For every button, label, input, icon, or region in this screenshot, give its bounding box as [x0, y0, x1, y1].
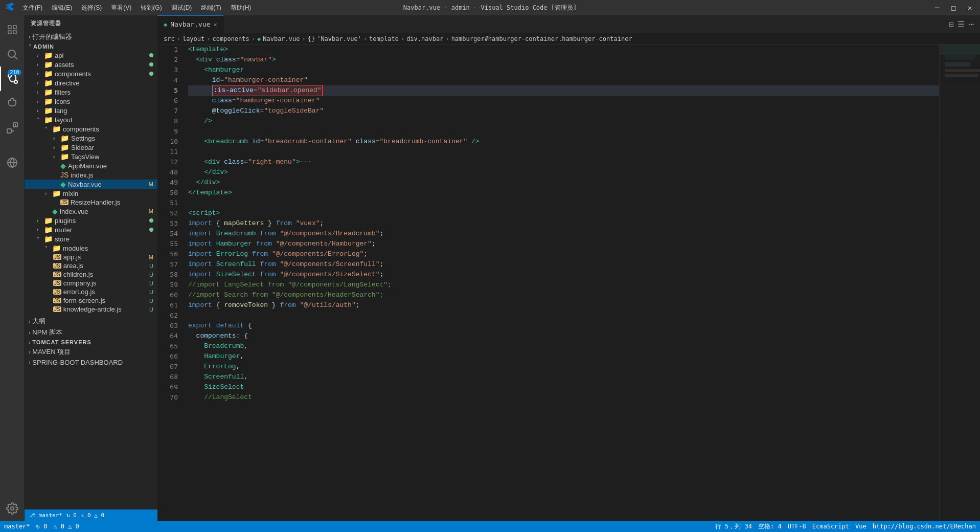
menu-debug[interactable]: 调试(D) [167, 3, 196, 13]
companyjs-badge: U [149, 280, 153, 286]
code-editor[interactable]: <template> <div class="navbar"> <hamburg… [183, 45, 939, 521]
tree-companyjs[interactable]: JS company.js U [25, 279, 157, 287]
menu-select[interactable]: 选择(S) [77, 3, 106, 13]
error-warning-count[interactable]: ⚠ 0 △ 0 [53, 523, 79, 530]
tree-mixin[interactable]: › 📁 mixin [25, 189, 157, 198]
outline-section[interactable]: › 大纲 [25, 316, 157, 327]
menu-edit[interactable]: 编辑(E) [48, 3, 76, 13]
file-encoding[interactable]: UTF-8 [788, 523, 806, 530]
tree-assets-arrow: › [37, 62, 43, 68]
tree-modules[interactable]: ˅ 📁 modules [25, 243, 157, 253]
bc-hamburger[interactable]: hamburger#hamburger-container.hamburger-… [451, 35, 632, 42]
admin-section[interactable]: ˅ ADMIN [25, 42, 157, 51]
menu-goto[interactable]: 转到(G) [136, 3, 166, 13]
bc-layout[interactable]: layout [183, 35, 204, 42]
more-actions-icon[interactable]: ⋯ [969, 19, 974, 29]
open-editors-section[interactable]: › 打开的编辑器 [25, 31, 157, 42]
bc-divnavbar[interactable]: div.navbar [406, 35, 443, 42]
springboot-section[interactable]: › SPRING-BOOT DASHBOARD [25, 358, 157, 367]
svg-rect-14 [945, 62, 970, 66]
npm-section[interactable]: › NPM 脚本 [25, 327, 157, 338]
tree-filters[interactable]: › 📁 filters [25, 87, 157, 97]
tree-knowledgearticlejs[interactable]: JS knowledge-article.js U [25, 305, 157, 314]
menu-help[interactable]: 帮助(H) [226, 3, 256, 13]
bc-navbar2[interactable]: 'Navbar.vue' [317, 35, 361, 42]
tree-store[interactable]: ˅ 📁 store [25, 234, 157, 243]
tree-layout[interactable]: ˅ 📁 layout [25, 115, 157, 124]
ln-67: 67 [157, 362, 178, 372]
plugins-folder-icon: 📁 [44, 216, 53, 225]
bc-components[interactable]: components [213, 35, 249, 42]
ln-61: 61 [157, 300, 178, 311]
tree-api[interactable]: › 📁 api [25, 51, 157, 60]
tree-sidebar[interactable]: › 📁 Sidebar [25, 143, 157, 152]
ln-58: 58 [157, 270, 178, 280]
tree-settings[interactable]: › 📁 Settings [25, 134, 157, 143]
activity-explorer[interactable] [0, 17, 25, 42]
activity-extensions[interactable] [0, 116, 25, 140]
git-status[interactable]: master* [4, 523, 30, 530]
maven-section[interactable]: › MAVEN 项目 [25, 346, 157, 358]
code-line-9 [188, 126, 939, 137]
tab-navbar[interactable]: ◆ Navbar.vue ✕ [157, 15, 224, 33]
title-bar: 文件(F) 编辑(E) 选择(S) 查看(V) 转到(G) 调试(D) 终端(T… [0, 0, 980, 15]
bc-template[interactable]: template [369, 35, 399, 42]
sidebar-scroll[interactable]: › 打开的编辑器 ˅ ADMIN › 📁 api › 📁 assets [25, 31, 157, 509]
cursor-position[interactable]: 行 5，列 34 [715, 522, 752, 531]
tree-navbar[interactable]: › ◆ Navbar.vue M [25, 180, 157, 189]
tree-formscreenjs[interactable]: JS form-screen.js U [25, 296, 157, 305]
tree-directive[interactable]: › 📁 directive [25, 78, 157, 87]
code-line-53: import { mapGetters } from "vuex"; [188, 218, 939, 229]
menu-terminal[interactable]: 终端(T) [197, 3, 225, 13]
tree-tagsview[interactable]: › 📁 TagsView [25, 152, 157, 161]
tree-index-vue[interactable]: › ◆ index.vue M [25, 207, 157, 216]
lang-folder-icon: 📁 [44, 106, 53, 115]
sync-status[interactable]: ↻ 0 [66, 512, 77, 519]
ln-65: 65 [157, 341, 178, 351]
indexvue-badge: M [149, 208, 153, 214]
activity-remote[interactable] [0, 150, 25, 175]
tree-icons[interactable]: › 📁 icons [25, 97, 157, 106]
bc-navbar-file[interactable]: Navbar.vue [263, 35, 300, 42]
code-line-11 [188, 147, 939, 157]
maximize-button[interactable]: □ [948, 4, 959, 12]
tree-assets[interactable]: › 📁 assets [25, 60, 157, 69]
activity-scm[interactable]: 210 [0, 66, 25, 91]
split-editor-icon[interactable]: ⊟ [949, 19, 954, 29]
tree-index-js[interactable]: › JS index.js [25, 170, 157, 180]
blog-link[interactable]: http://blog.csdn.net/ERechan [873, 523, 976, 530]
tree-appmain[interactable]: › ◆ AppMain.vue [25, 161, 157, 170]
file-format[interactable]: Vue [855, 523, 867, 530]
code-line-4: id="hamburger-container" [188, 75, 939, 85]
tree-appjs[interactable]: JS app.js M [25, 253, 157, 261]
minimize-button[interactable]: ─ [932, 4, 942, 12]
sync-indicator[interactable]: ↻ 0 [36, 523, 48, 530]
tomcat-section[interactable]: › TOMCAT SERVERS [25, 338, 157, 346]
language-mode[interactable]: EcmaScript [812, 523, 849, 530]
menu-view[interactable]: 查看(V) [107, 3, 135, 13]
bc-braces[interactable]: {} [308, 35, 315, 42]
tree-lang[interactable]: › 📁 lang [25, 106, 157, 115]
activity-debug[interactable] [0, 91, 25, 116]
errors-status[interactable]: ⚠ 0 △ 0 [81, 512, 104, 519]
toggle-panel-icon[interactable]: ☰ [958, 19, 965, 29]
close-button[interactable]: ✕ [965, 4, 975, 12]
activity-search[interactable] [0, 42, 25, 66]
menu-file[interactable]: 文件(F) [18, 3, 47, 13]
tree-router[interactable]: › 📁 router [25, 225, 157, 234]
bc-src[interactable]: src [164, 35, 175, 42]
tab-navbar-close[interactable]: ✕ [214, 21, 217, 28]
tree-errorlogjs[interactable]: JS errorLog.js U [25, 287, 157, 296]
git-branch[interactable]: ⎇ master* [29, 512, 62, 519]
tree-areajs[interactable]: JS area.js U [25, 261, 157, 270]
errorlogjs-file-icon: JS [53, 289, 61, 295]
tree-layout-components[interactable]: ˅ 📁 components [25, 124, 157, 134]
tree-childrenjs[interactable]: JS children.js U [25, 270, 157, 279]
status-bar: master* ↻ 0 ⚠ 0 △ 0 行 5，列 34 空格: 4 UTF-8… [0, 521, 980, 532]
activity-settings[interactable] [0, 496, 25, 521]
code-line-2: <div class="navbar"> [188, 55, 939, 65]
tree-resizehandler[interactable]: › JS ResizeHandler.js [25, 198, 157, 207]
tree-components[interactable]: › 📁 components [25, 69, 157, 78]
tree-plugins[interactable]: › 📁 plugins [25, 216, 157, 225]
indent-size[interactable]: 空格: 4 [758, 522, 782, 531]
